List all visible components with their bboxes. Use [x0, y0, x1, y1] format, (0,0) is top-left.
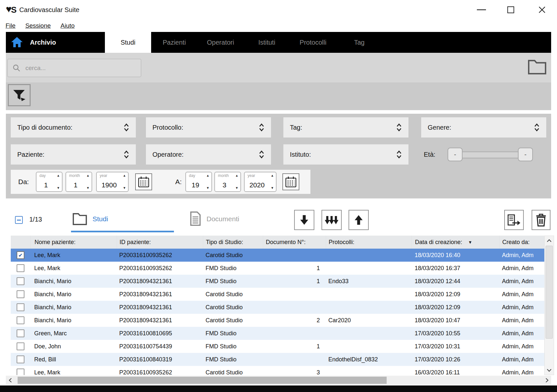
row-checkbox[interactable] — [11, 356, 30, 363]
import-multiple-button[interactable] — [321, 210, 342, 230]
filter-dropdown[interactable]: Istituto: — [283, 144, 408, 165]
spinner-value[interactable]: 2020 — [245, 181, 269, 189]
spinner-up-icon[interactable]: ▲ — [57, 174, 60, 177]
row-checkbox[interactable] — [11, 342, 30, 350]
table-row[interactable]: Lee, Mark P200316100935262 Carotid Studi… — [11, 249, 544, 262]
spinner-up-icon[interactable]: ▲ — [86, 174, 90, 177]
checkbox-icon[interactable] — [17, 329, 24, 337]
spinner-down-icon[interactable]: ▼ — [123, 186, 126, 190]
scroll-left-button[interactable] — [6, 376, 14, 385]
date-from-calendar-button[interactable] — [135, 173, 152, 190]
filter-dropdown[interactable]: Protocollo: — [146, 117, 271, 138]
filter-dropdown[interactable]: Operatore: — [146, 144, 271, 165]
table-row[interactable]: Bianchi, Mario P200318094321361 FMD Stud… — [11, 275, 544, 288]
menu-item[interactable]: Aiuto — [61, 22, 75, 29]
table-row[interactable]: Bianchi, Mario P200318094321361 Carotid … — [11, 314, 544, 327]
checkbox-icon[interactable] — [17, 356, 24, 363]
sort-descending-icon[interactable]: ▼ — [468, 240, 472, 245]
horizontal-scroll-thumb[interactable] — [18, 377, 387, 384]
menu-item[interactable]: Sessione — [25, 22, 51, 29]
scroll-up-button[interactable] — [545, 236, 554, 245]
age-max-handle[interactable]: - — [518, 148, 533, 161]
search-box[interactable] — [7, 59, 141, 77]
spinner-down-icon[interactable]: ▼ — [235, 186, 238, 190]
open-archive-folder-button[interactable] — [527, 58, 547, 76]
date-to-calendar-button[interactable] — [282, 173, 299, 190]
documents-tab[interactable] — [190, 211, 201, 226]
spinner-up-icon[interactable]: ▲ — [206, 174, 209, 177]
filter-dropdown[interactable]: Tag: — [283, 117, 408, 138]
maximize-button[interactable] — [502, 0, 520, 20]
filter-button[interactable] — [8, 84, 31, 106]
scroll-right-button[interactable] — [543, 376, 551, 385]
nav-tab[interactable]: Studi — [105, 32, 151, 53]
table-row[interactable]: Bianchi, Mario P200318094321361 Carotid … — [11, 288, 544, 301]
vertical-scroll-thumb[interactable] — [546, 246, 553, 339]
spinner-value[interactable]: 19 — [186, 181, 205, 189]
spinner-value[interactable]: 1900 — [97, 181, 121, 189]
row-checkbox[interactable] — [11, 316, 30, 324]
header-created-date[interactable]: Data di creazione: ▼ — [411, 236, 499, 249]
age-range-slider[interactable]: - - — [448, 148, 533, 161]
spinner-down-icon[interactable]: ▼ — [57, 186, 60, 190]
studies-tab-label[interactable]: Studi — [93, 215, 108, 223]
date-from-day-spinner[interactable]: day 1 ▲▼ — [36, 172, 63, 192]
row-checkbox[interactable] — [11, 303, 30, 311]
checkbox-icon[interactable] — [17, 277, 24, 285]
table-row[interactable]: Lee, Mark P200316100935262 FMD Studio 1 … — [11, 262, 544, 275]
vertical-scrollbar[interactable] — [544, 236, 554, 375]
search-input[interactable] — [25, 64, 141, 72]
spinner-value[interactable]: 1 — [36, 181, 55, 189]
row-checkbox[interactable] — [11, 277, 30, 285]
nav-tab[interactable]: Protocolli — [290, 32, 336, 53]
checkbox-icon[interactable] — [17, 251, 24, 259]
table-row[interactable]: Doe, John P200316100754439 FMD Studio 1 … — [11, 340, 544, 353]
spinner-down-icon[interactable]: ▼ — [206, 186, 209, 190]
filter-dropdown[interactable]: Tipo di documento: — [11, 117, 136, 138]
checkbox-icon[interactable] — [17, 316, 24, 324]
row-checkbox[interactable] — [11, 290, 30, 298]
filter-dropdown[interactable]: Genere: — [421, 117, 546, 138]
export-report-button[interactable] — [504, 210, 524, 230]
date-from-month-spinner[interactable]: month 1 ▲▼ — [65, 172, 92, 192]
age-min-handle[interactable]: - — [448, 148, 463, 161]
row-checkbox[interactable] — [11, 329, 30, 337]
checkbox-icon[interactable] — [17, 290, 24, 298]
header-document-number[interactable]: Documento N°: — [263, 236, 326, 249]
header-created-by[interactable]: Creato da: — [499, 236, 544, 249]
spinner-value[interactable]: 1 — [66, 181, 85, 189]
import-study-button[interactable] — [294, 210, 314, 230]
header-patient-id[interactable]: ID paziente: — [117, 236, 203, 249]
nav-tab[interactable]: Operatori — [197, 32, 244, 53]
nav-tab[interactable]: Tag — [336, 32, 382, 53]
row-checkbox[interactable] — [11, 369, 30, 375]
date-to-day-spinner[interactable]: day 19 ▲▼ — [185, 172, 212, 192]
checkbox-icon[interactable] — [17, 342, 24, 350]
checkbox-icon[interactable] — [17, 303, 24, 311]
spinner-down-icon[interactable]: ▼ — [271, 186, 274, 190]
header-protocols[interactable]: Protocolli: — [326, 236, 411, 249]
home-button[interactable] — [9, 35, 25, 50]
row-checkbox[interactable] — [11, 251, 30, 259]
date-from-year-spinner[interactable]: year 1900 ▲▼ — [96, 172, 129, 192]
menu-item[interactable]: File — [6, 22, 16, 29]
row-checkbox[interactable] — [11, 264, 30, 272]
spinner-up-icon[interactable]: ▲ — [123, 174, 126, 177]
table-row[interactable]: Lee, Mark P200316100935262 Carotid Studi… — [11, 366, 544, 375]
scroll-down-button[interactable] — [545, 366, 554, 375]
table-row[interactable]: Red, Bill P200316100840319 FMD Studio En… — [11, 353, 544, 366]
table-row[interactable]: Bianchi, Mario P200318094321361 Carotid … — [11, 301, 544, 314]
nav-tab[interactable]: Istituti — [244, 32, 290, 53]
header-study-type[interactable]: Tipo di Studio: — [203, 236, 263, 249]
spinner-down-icon[interactable]: ▼ — [86, 186, 90, 190]
filter-dropdown[interactable]: Paziente: — [11, 144, 136, 165]
minimize-button[interactable] — [472, 0, 491, 20]
spinner-value[interactable]: 3 — [215, 181, 234, 189]
horizontal-scrollbar[interactable] — [6, 376, 551, 385]
studies-tab[interactable] — [72, 212, 87, 225]
export-up-button[interactable] — [349, 210, 369, 230]
delete-button[interactable] — [532, 210, 550, 230]
nav-tab[interactable]: Pazienti — [151, 32, 197, 53]
header-patient-name[interactable]: Nome paziente: — [30, 236, 117, 249]
date-to-year-spinner[interactable]: year 2020 ▲▼ — [244, 172, 277, 192]
